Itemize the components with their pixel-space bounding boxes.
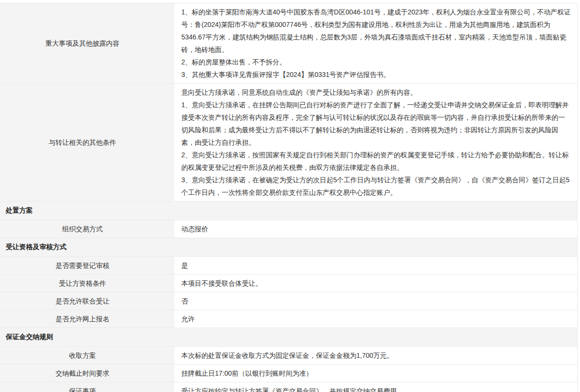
section-title: 受让资格及审核方式 <box>6 243 66 252</box>
row-content: 动态报价 <box>176 220 577 238</box>
row-label-text: 是否允许联合受让 <box>56 297 110 305</box>
row-content: 1、标的坐落于莱阳市南海大道40号中国胶东香岛湾D区0046-101号，建成于2… <box>176 3 577 83</box>
content-paragraph: 是 <box>181 259 571 272</box>
content-paragraph: 本次标的处置保证金收取方式为固定保证金，保证金金额为1,700万元。 <box>181 349 571 362</box>
section-title: 处置方案 <box>6 206 33 215</box>
row-label-text: 交纳截止时间要求 <box>56 369 110 378</box>
content-paragraph: 2、标的房屋整体出售，不予拆分。 <box>181 56 571 68</box>
listing-detail-table: 重大事项及其他披露内容1、标的坐落于莱阳市南海大道40号中国胶东香岛湾D区004… <box>0 3 578 392</box>
table-row: 是否需要登记审核是 <box>0 257 577 275</box>
row-label: 交纳截止时间要求 <box>0 365 176 382</box>
content-paragraph: 3、意向受让方须承诺，在被确定为受让方的次日起5个工作日内与转让方签署《资产交易… <box>181 174 571 199</box>
row-label-text: 收取方案 <box>69 351 96 360</box>
row-label: 是否允许联合受让 <box>0 292 176 310</box>
row-label-text: 重大事项及其他披露内容 <box>46 39 120 48</box>
row-label-text: 与转让相关的其他条件 <box>49 138 116 147</box>
row-content: 挂牌截止日17:00前（以银行到账时间为准） <box>176 365 577 382</box>
row-content: 本项目不接受联合体受让。 <box>176 275 577 292</box>
table-row: 收取方案本次标的处置保证金收取方式为固定保证金，保证金金额为1,700万元。 <box>0 347 577 365</box>
row-label: 组织交易方式 <box>0 220 176 238</box>
content-paragraph: 2、意向受让方须承诺，按照国家有关规定自行到相关部门办理标的资产的权属变更登记手… <box>181 149 571 174</box>
content-paragraph: 意向受让方须承诺，同意系统自动生成的《资产受让须知与承诺》的所有内容。 <box>181 86 571 99</box>
row-label-text: 组织交易方式 <box>63 225 103 233</box>
row-label: 是否需要登记审核 <box>0 257 176 274</box>
content-paragraph: 否 <box>181 295 571 307</box>
row-label-text: 保证事项 <box>69 387 96 392</box>
content-paragraph: 挂牌截止日17:00前（以银行到账时间为准） <box>181 367 571 379</box>
row-label-text: 受让方资格条件 <box>59 279 106 288</box>
row-content: 本次标的处置保证金收取方式为固定保证金，保证金金额为1,700万元。 <box>176 347 577 364</box>
section-header-row: 保证金交纳规则 <box>0 328 577 347</box>
content-paragraph: 3、其他重大事项详见青振评报字【2024】第0331号资产评估报告书。 <box>181 68 571 81</box>
table-row: 与转让相关的其他条件意向受让方须承诺，同意系统自动生成的《资产受让须知与承诺》的… <box>0 84 577 202</box>
table-row: 是否允许联合受让否 <box>0 292 577 310</box>
content-paragraph: 本项目不接受联合体受让。 <box>181 277 571 290</box>
section-header-row: 处置方案 <box>0 202 577 220</box>
content-paragraph: 1、标的坐落于莱阳市南海大道40号中国胶东香岛湾D区0046-101号，建成于2… <box>181 6 571 56</box>
row-label-text: 是否允许网上报名 <box>56 315 110 323</box>
row-label: 是否允许网上报名 <box>0 310 176 328</box>
row-label: 与转让相关的其他条件 <box>0 84 176 201</box>
content-paragraph: 1、意向受让方须承诺，在挂牌公告期间已自行对标的资产进行了全面了解，一经递交受让… <box>181 99 571 149</box>
row-content: 受让方应按约定与转让方签署《资产交易合同》，并按规定交纳交易费用。 <box>176 382 577 392</box>
table-row: 组织交易方式动态报价 <box>0 220 577 238</box>
row-content: 是 <box>176 257 577 274</box>
row-label: 重大事项及其他披露内容 <box>0 3 176 83</box>
content-paragraph: 受让方应按约定与转让方签署《资产交易合同》，并按规定交纳交易费用。 <box>181 385 571 392</box>
content-paragraph: 允许 <box>181 313 571 325</box>
row-label-text: 是否需要登记审核 <box>56 261 110 270</box>
section-header-row: 受让资格及审核方式 <box>0 238 577 257</box>
row-content: 意向受让方须承诺，同意系统自动生成的《资产受让须知与承诺》的所有内容。1、意向受… <box>176 84 577 201</box>
row-label: 受让方资格条件 <box>0 275 176 292</box>
row-content: 允许 <box>176 310 577 328</box>
content-paragraph: 动态报价 <box>181 223 571 235</box>
table-row: 受让方资格条件本项目不接受联合体受让。 <box>0 275 577 292</box>
table-row: 保证事项受让方应按约定与转让方签署《资产交易合同》，并按规定交纳交易费用。 <box>0 382 577 392</box>
table-row: 是否允许网上报名允许 <box>0 310 577 328</box>
row-content: 否 <box>176 292 577 310</box>
row-label: 保证事项 <box>0 382 176 392</box>
table-row: 重大事项及其他披露内容1、标的坐落于莱阳市南海大道40号中国胶东香岛湾D区004… <box>0 3 577 84</box>
section-title: 保证金交纳规则 <box>6 333 53 341</box>
row-label: 收取方案 <box>0 347 176 364</box>
table-row: 交纳截止时间要求挂牌截止日17:00前（以银行到账时间为准） <box>0 365 577 382</box>
